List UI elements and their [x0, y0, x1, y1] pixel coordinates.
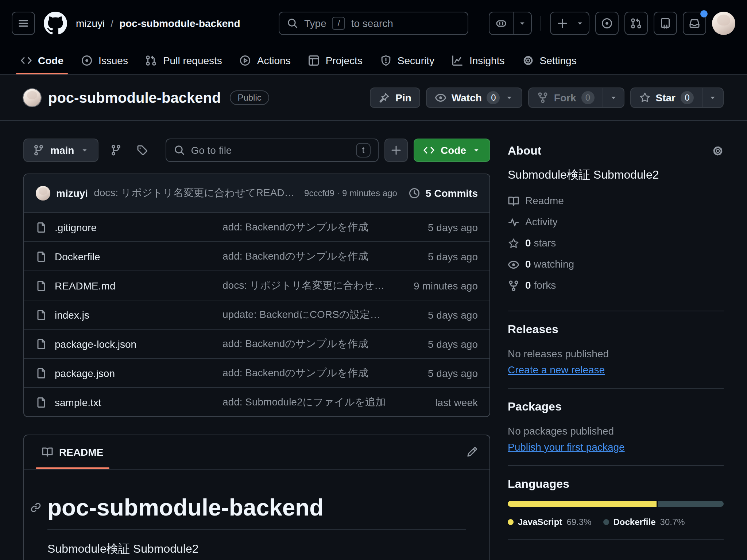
pin-button[interactable]: Pin: [370, 88, 420, 108]
tab-insights[interactable]: Insights: [443, 47, 514, 74]
tab-projects[interactable]: Projects: [299, 47, 371, 74]
pull-request-icon: [630, 18, 642, 29]
tab-issues[interactable]: Issues: [72, 47, 137, 74]
copilot-button[interactable]: [489, 12, 532, 35]
commit-message[interactable]: docs: リポジトリ名変更に合わせてREADMEを…: [94, 187, 298, 200]
branches-link[interactable]: [104, 139, 127, 162]
file-commit-message[interactable]: add: Backendのサンプルを作成: [222, 366, 386, 380]
eye-icon: [508, 258, 519, 270]
notifications-button[interactable]: [683, 12, 706, 35]
file-commit-message[interactable]: add: Backendのサンプルを作成: [222, 250, 386, 263]
commit-author-avatar[interactable]: [36, 186, 50, 201]
breadcrumb-owner[interactable]: mizuyi: [76, 18, 105, 29]
github-logo[interactable]: [44, 12, 67, 35]
fork-caret[interactable]: [603, 88, 624, 107]
file-row[interactable]: package-lock.json add: Backendのサンプルを作成 5…: [24, 329, 489, 358]
repo-owner-avatar[interactable]: [23, 89, 41, 106]
t-key-hint: t: [356, 143, 371, 158]
caret-down-icon: [80, 146, 89, 155]
global-header: mizuyi / poc-submodule-backend Type / to…: [0, 0, 747, 75]
copilot-icon: [495, 18, 507, 29]
language-legend-item[interactable]: JavaScript69.3%: [508, 517, 591, 527]
language-legend-item[interactable]: Dockerfile30.7%: [603, 517, 685, 527]
file-row[interactable]: package.json add: Backendのサンプルを作成 5 days…: [24, 358, 489, 387]
watch-button[interactable]: Watch 0: [426, 88, 523, 108]
file-commit-message[interactable]: add: Submodule2にファイルを追加: [222, 396, 386, 409]
file-commit-message[interactable]: update: BackendにCORSの設定を…: [222, 308, 386, 321]
go-to-file-input[interactable]: Go to file t: [165, 139, 379, 162]
hamburger-button[interactable]: [12, 12, 35, 35]
history-icon: [409, 187, 421, 199]
language-segment[interactable]: [508, 501, 657, 507]
branch-icon: [110, 144, 121, 156]
file-row[interactable]: index.js update: BackendにCORSの設定を… 5 day…: [24, 300, 489, 329]
file-row[interactable]: README.md docs: リポジトリ名変更に合わせて… 9 minutes…: [24, 271, 489, 300]
language-segment[interactable]: [658, 501, 724, 507]
file-commit-date: 5 days ago: [398, 309, 478, 320]
file-name-link[interactable]: .gitignore: [36, 221, 211, 233]
star-button[interactable]: Star 0: [630, 88, 724, 108]
edit-about-button[interactable]: [712, 145, 724, 157]
add-file-button[interactable]: [384, 139, 408, 162]
sidebar-item-activity[interactable]: Activity: [508, 214, 724, 230]
publish-package-link[interactable]: Publish your first package: [508, 441, 625, 453]
tags-link[interactable]: [130, 139, 154, 162]
file-commit-date: 5 days ago: [398, 250, 478, 262]
global-search-input[interactable]: Type / to search: [279, 12, 468, 35]
issue-opened-icon: [81, 55, 93, 66]
code-dropdown-button[interactable]: Code: [414, 139, 490, 162]
file-row[interactable]: Dockerfile add: Backendのサンプルを作成 5 days a…: [24, 241, 489, 271]
file-name-link[interactable]: index.js: [36, 309, 211, 320]
tab-actions[interactable]: Actions: [231, 47, 299, 74]
file-name-link[interactable]: package-lock.json: [36, 338, 211, 350]
breadcrumb: mizuyi / poc-submodule-backend: [76, 18, 240, 29]
plus-icon: [557, 18, 568, 29]
releases-heading: Releases: [508, 323, 724, 336]
link-icon[interactable]: [30, 502, 42, 513]
user-avatar[interactable]: [712, 12, 735, 35]
sidebar-item-watching[interactable]: 0 watching: [508, 257, 724, 272]
gear-icon: [522, 55, 534, 66]
tab-security[interactable]: Security: [371, 47, 443, 74]
repo-title[interactable]: poc-submodule-backend: [48, 89, 221, 106]
sidebar-item-forks[interactable]: 0 forks: [508, 278, 724, 293]
tab-code[interactable]: Code: [12, 47, 72, 74]
file-commit-date: 5 days ago: [398, 338, 478, 350]
file-row[interactable]: .gitignore add: Backendのサンプルを作成 5 days a…: [24, 212, 489, 241]
language-percent: 30.7%: [660, 517, 685, 527]
search-icon: [287, 18, 298, 29]
sidebar-item-readme[interactable]: Readme: [508, 193, 724, 209]
file-icon: [36, 309, 47, 320]
sidebar-item-stars[interactable]: 0 stars: [508, 236, 724, 251]
latest-commit-bar[interactable]: mizuyi docs: リポジトリ名変更に合わせてREADMEを… 9cccf…: [24, 174, 489, 212]
create-release-link[interactable]: Create a new release: [508, 364, 605, 376]
commit-author[interactable]: mizuyi: [56, 187, 88, 199]
star-caret[interactable]: [702, 88, 723, 107]
repositories-button[interactable]: [654, 12, 677, 35]
tag-icon: [136, 144, 148, 156]
packages-section: Packages No packages published Publish y…: [508, 388, 724, 465]
readme-tab[interactable]: README: [36, 435, 109, 469]
file-name-link[interactable]: sample.txt: [36, 396, 211, 408]
tab-pull-requests[interactable]: Pull requests: [137, 47, 231, 74]
file-name-link[interactable]: Dockerfile: [36, 250, 211, 262]
edit-readme-button[interactable]: [460, 440, 484, 464]
repo-title-band: poc-submodule-backend Public Pin Watch 0…: [0, 75, 747, 121]
file-commit-message[interactable]: add: Backendのサンプルを作成: [222, 221, 386, 234]
releases-empty-text: No releases published: [508, 348, 724, 359]
create-new-button[interactable]: [550, 12, 589, 35]
fork-button[interactable]: Fork 0: [529, 88, 624, 108]
file-commit-message[interactable]: add: Backendのサンプルを作成: [222, 337, 386, 350]
file-commit-message[interactable]: docs: リポジトリ名変更に合わせて…: [222, 279, 386, 292]
pull-requests-button[interactable]: [624, 12, 648, 35]
book-icon: [508, 195, 519, 207]
file-name-link[interactable]: package.json: [36, 367, 211, 379]
branch-selector[interactable]: main: [23, 139, 98, 162]
file-row[interactable]: sample.txt add: Submodule2にファイルを追加 last …: [24, 387, 489, 416]
tab-settings[interactable]: Settings: [513, 47, 585, 74]
file-name-link[interactable]: README.md: [36, 280, 211, 291]
issues-button[interactable]: [595, 12, 619, 35]
breadcrumb-repo[interactable]: poc-submodule-backend: [119, 18, 240, 29]
sidebar: About Submodule検証 Submodule2 Readme Acti…: [508, 139, 724, 560]
commit-history-link[interactable]: 5 Commits: [409, 187, 478, 199]
